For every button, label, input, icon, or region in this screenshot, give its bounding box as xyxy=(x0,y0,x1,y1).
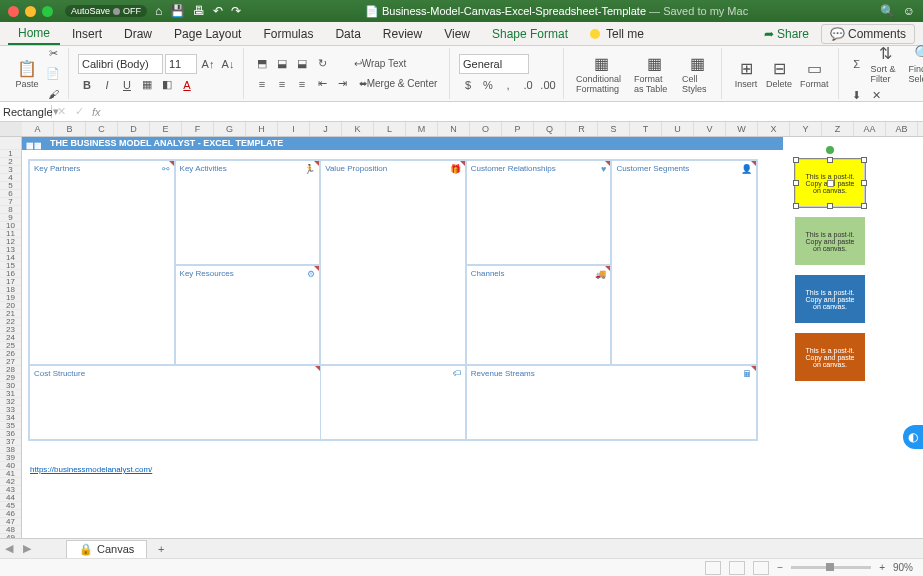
website-link[interactable]: https://businessmodelanalyst.com/ xyxy=(30,465,152,474)
home-icon[interactable]: ⌂ xyxy=(155,4,162,18)
fx-icon[interactable]: fx xyxy=(88,106,105,118)
col-header-M[interactable]: M xyxy=(406,122,438,136)
font-color-button[interactable]: A xyxy=(178,76,196,94)
tab-formulas[interactable]: Formulas xyxy=(253,24,323,44)
close-window-button[interactable] xyxy=(8,6,19,17)
col-header-V[interactable]: V xyxy=(694,122,726,136)
find-select-button[interactable]: 🔍Find & Select xyxy=(906,43,923,84)
copy-button[interactable]: 📄 xyxy=(44,65,62,83)
confirm-formula-button[interactable]: ✓ xyxy=(70,103,88,121)
increase-font-button[interactable]: A↑ xyxy=(199,55,217,73)
format-as-table-button[interactable]: ▦Format as Table xyxy=(631,53,677,94)
cells-area[interactable]: ▦▦ THE BUSINESS MODEL ANALYST - EXCEL TE… xyxy=(22,137,923,564)
postit-orange[interactable]: This is a post-it. Copy and paste on can… xyxy=(795,333,865,381)
cell-cost-structure[interactable]: Cost Structure xyxy=(29,365,320,440)
resize-handle-w[interactable] xyxy=(793,180,799,186)
rotate-handle[interactable] xyxy=(826,146,834,154)
conditional-formatting-button[interactable]: ▦Conditional Formatting xyxy=(573,53,629,94)
worksheet[interactable]: 1234567891011121314151617181920212223242… xyxy=(0,137,923,564)
col-header-T[interactable]: T xyxy=(630,122,662,136)
inc-decimal-button[interactable]: .0 xyxy=(519,76,537,94)
comma-button[interactable]: , xyxy=(499,76,517,94)
font-select[interactable]: Calibri (Body) xyxy=(78,54,163,74)
clear-button[interactable]: ✕ xyxy=(868,86,886,104)
resize-handle-ne[interactable] xyxy=(861,157,867,163)
col-header-C[interactable]: C xyxy=(86,122,118,136)
resize-handle-n[interactable] xyxy=(827,157,833,163)
col-header-Q[interactable]: Q xyxy=(534,122,566,136)
col-header-F[interactable]: F xyxy=(182,122,214,136)
cell-customer-relationships[interactable]: Customer Relationships♥ xyxy=(466,160,612,265)
cell-revenue-streams[interactable]: Revenue Streams🖩 xyxy=(466,365,757,440)
fill-color-button[interactable]: ◧ xyxy=(158,76,176,94)
postit-blue[interactable]: This is a post-it. Copy and paste on can… xyxy=(795,275,865,323)
cell-customer-segments[interactable]: Customer Segments👤 xyxy=(611,160,757,365)
tab-data[interactable]: Data xyxy=(325,24,370,44)
align-left-button[interactable]: ≡ xyxy=(253,75,271,93)
tab-review[interactable]: Review xyxy=(373,24,432,44)
col-header-AA[interactable]: AA xyxy=(854,122,886,136)
sheet-tab-canvas[interactable]: 🔒 Canvas xyxy=(66,540,147,558)
font-size-select[interactable]: 11 xyxy=(165,54,197,74)
sheet-nav-next[interactable]: ▶ xyxy=(18,542,36,555)
indent-inc-button[interactable]: ⇥ xyxy=(333,75,351,93)
tab-insert[interactable]: Insert xyxy=(62,24,112,44)
resize-handle-nw[interactable] xyxy=(793,157,799,163)
view-normal-button[interactable] xyxy=(705,561,721,575)
postit-green[interactable]: This is a post-it. Copy and paste on can… xyxy=(795,217,865,265)
percent-button[interactable]: % xyxy=(479,76,497,94)
zoom-level[interactable]: 90% xyxy=(893,562,913,573)
bold-button[interactable]: B xyxy=(78,76,96,94)
col-header-S[interactable]: S xyxy=(598,122,630,136)
autosave-toggle[interactable]: AutoSave OFF xyxy=(65,5,147,17)
share-button[interactable]: ➦ Share xyxy=(754,24,819,44)
paste-button[interactable]: 📋 Paste xyxy=(12,58,42,89)
merge-center-button[interactable]: ⬌ Merge & Center xyxy=(353,75,443,93)
col-header-J[interactable]: J xyxy=(310,122,342,136)
save-icon[interactable]: 💾 xyxy=(170,4,185,18)
cell-styles-button[interactable]: ▦Cell Styles xyxy=(679,53,715,94)
col-header-A[interactable]: A xyxy=(22,122,54,136)
col-header-L[interactable]: L xyxy=(374,122,406,136)
orientation-button[interactable]: ↻ xyxy=(313,55,331,73)
wrap-text-button[interactable]: ↩ Wrap Text xyxy=(345,55,415,73)
underline-button[interactable]: U xyxy=(118,76,136,94)
col-header-D[interactable]: D xyxy=(118,122,150,136)
col-header-P[interactable]: P xyxy=(502,122,534,136)
print-icon[interactable]: 🖶 xyxy=(193,4,205,18)
postit-yellow[interactable]: This is a post-it. Copy and paste on can… xyxy=(795,159,865,207)
col-header-O[interactable]: O xyxy=(470,122,502,136)
align-bottom-button[interactable]: ⬓ xyxy=(293,55,311,73)
resize-handle-e[interactable] xyxy=(861,180,867,186)
search-icon[interactable]: 🔍 xyxy=(880,4,895,18)
currency-button[interactable]: $ xyxy=(459,76,477,94)
cell-channels[interactable]: Channels🚚 xyxy=(466,265,612,365)
dec-decimal-button[interactable]: .00 xyxy=(539,76,557,94)
sheet-nav-prev[interactable]: ◀ xyxy=(0,542,18,555)
minimize-window-button[interactable] xyxy=(25,6,36,17)
maximize-window-button[interactable] xyxy=(42,6,53,17)
add-sheet-button[interactable]: + xyxy=(151,543,171,555)
col-header-G[interactable]: G xyxy=(214,122,246,136)
delete-cells-button[interactable]: ⊟Delete xyxy=(763,58,795,89)
cell-key-partners[interactable]: Key Partners⚯ xyxy=(29,160,175,365)
col-header-Z[interactable]: Z xyxy=(822,122,854,136)
indent-dec-button[interactable]: ⇤ xyxy=(313,75,331,93)
resize-handle-sw[interactable] xyxy=(793,203,799,209)
name-box[interactable]: Rectangle▾ xyxy=(0,105,52,118)
sort-filter-button[interactable]: ⇅Sort & Filter xyxy=(868,43,904,84)
cell-key-resources[interactable]: Key Resources⚙ xyxy=(175,265,321,365)
view-pagebreak-button[interactable] xyxy=(753,561,769,575)
col-header-E[interactable]: E xyxy=(150,122,182,136)
tab-home[interactable]: Home xyxy=(8,23,60,45)
format-cells-button[interactable]: ▭Format xyxy=(797,58,832,89)
col-header-X[interactable]: X xyxy=(758,122,790,136)
col-header-N[interactable]: N xyxy=(438,122,470,136)
col-header-I[interactable]: I xyxy=(278,122,310,136)
undo-icon[interactable]: ↶ xyxy=(213,4,223,18)
cut-button[interactable]: ✂ xyxy=(44,45,62,63)
zoom-in-button[interactable]: + xyxy=(879,562,885,573)
border-button[interactable]: ▦ xyxy=(138,76,156,94)
smiley-icon[interactable]: ☺ xyxy=(903,4,915,18)
select-all-cell[interactable] xyxy=(0,122,22,136)
